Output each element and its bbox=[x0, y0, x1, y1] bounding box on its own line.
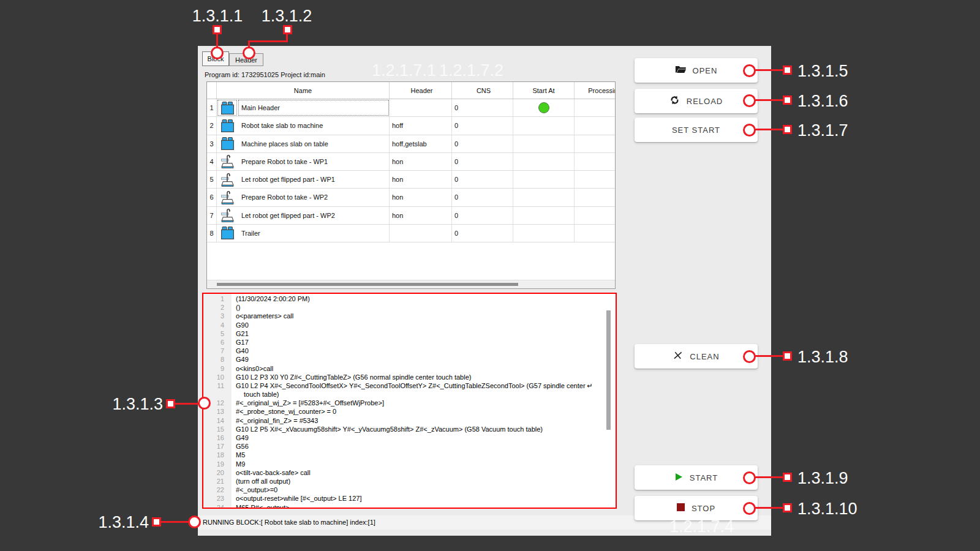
row-header: hoff bbox=[390, 117, 452, 134]
code-line: 13#<_probe_stone_wj_counter> = 0 bbox=[203, 407, 616, 416]
row-name: Prepare Robot to take - WP1 bbox=[238, 153, 390, 170]
row-processing bbox=[575, 171, 616, 188]
code-line: 7G40 bbox=[203, 347, 616, 355]
play-icon bbox=[674, 473, 683, 483]
annotation-line bbox=[755, 99, 784, 101]
annotation-label: 1.3.1.3 bbox=[96, 395, 163, 413]
table-row[interactable]: 7 Let robot get flipped part - WP2 hon 0 bbox=[207, 207, 615, 225]
table-horizontal-scrollbar[interactable] bbox=[207, 280, 615, 288]
annotation-square bbox=[783, 66, 792, 75]
annotation-label: 1.3.1.8 bbox=[797, 348, 848, 365]
row-processing bbox=[575, 117, 616, 134]
annotation-circle bbox=[743, 124, 756, 137]
table-row[interactable]: 1 Main Header 0 bbox=[207, 99, 615, 117]
column-header-start-at[interactable]: Start At bbox=[513, 82, 575, 99]
annotation-square bbox=[783, 125, 792, 134]
column-header-name[interactable]: Name bbox=[217, 82, 390, 99]
row-header bbox=[390, 99, 452, 116]
row-header: hon bbox=[390, 207, 452, 224]
table-row[interactable]: 5 Let robot get flipped part - WP1 hon 0 bbox=[207, 171, 615, 189]
scrollbar-thumb[interactable] bbox=[217, 283, 518, 286]
row-processing bbox=[575, 153, 616, 170]
column-header-processing[interactable]: Processing bbox=[575, 82, 616, 99]
row-start-at bbox=[513, 189, 575, 206]
row-number: 3 bbox=[207, 135, 217, 152]
editor-vertical-scrollbar[interactable] bbox=[606, 310, 611, 430]
row-start-at bbox=[513, 135, 575, 152]
code-line: 5G21 bbox=[203, 329, 616, 338]
screenshot-stage: Block Header Program id: 1732951025 Proj… bbox=[0, 0, 980, 551]
row-number: 6 bbox=[207, 189, 217, 206]
clean-x-icon bbox=[673, 351, 683, 362]
column-header-header[interactable]: Header bbox=[390, 82, 452, 99]
row-processing bbox=[575, 225, 616, 242]
column-header-blank bbox=[207, 82, 217, 99]
block-brick-icon bbox=[217, 99, 238, 116]
annotation-line bbox=[216, 34, 218, 48]
faded-label-1-2-1-7-2: 1.2.1.7.2 bbox=[439, 61, 503, 80]
open-button[interactable]: OPEN bbox=[635, 58, 758, 83]
clean-button[interactable]: CLEAN bbox=[635, 344, 758, 369]
row-header: hon bbox=[390, 153, 452, 170]
row-number: 2 bbox=[207, 117, 217, 134]
table-row[interactable]: 4 Prepare Robot to take - WP1 hon 0 bbox=[207, 153, 615, 171]
row-cns: 0 bbox=[452, 99, 513, 116]
row-header: hon bbox=[390, 171, 452, 188]
block-brick-icon bbox=[217, 117, 238, 134]
table-row[interactable]: 8 Trailer 0 bbox=[207, 225, 615, 242]
row-cns: 0 bbox=[452, 225, 513, 242]
code-line: 14#<_original_fin_Z> = #5343 bbox=[203, 416, 616, 425]
annotation-label: 1.3.1.6 bbox=[797, 92, 848, 110]
start-button[interactable]: START bbox=[635, 465, 758, 490]
annotation-line bbox=[248, 40, 288, 42]
annotation-square bbox=[283, 25, 292, 34]
row-number: 4 bbox=[207, 153, 217, 170]
annotation-label: 1.3.1.2 bbox=[262, 7, 312, 24]
code-line: 16G49 bbox=[203, 433, 616, 442]
annotation-label: 1.3.1.9 bbox=[797, 470, 848, 487]
stop-square-icon bbox=[677, 503, 685, 513]
row-cns: 0 bbox=[452, 117, 513, 134]
stop-button[interactable]: STOP bbox=[635, 496, 758, 520]
code-line: 18M5 bbox=[203, 451, 616, 459]
row-header: hoff,getslab bbox=[390, 135, 452, 152]
table-row[interactable]: 3 Machine places slab on table hoff,gets… bbox=[207, 135, 615, 153]
code-line: 9o<kins0>call bbox=[203, 364, 616, 373]
annotation-circle bbox=[743, 350, 756, 363]
block-brick-icon bbox=[217, 135, 238, 152]
code-line: 8G49 bbox=[203, 355, 616, 364]
annotation-line bbox=[755, 355, 784, 357]
row-start-at bbox=[513, 171, 575, 188]
code-line: 3o<parameters> call bbox=[203, 312, 616, 320]
row-name: Prepare Robot to take - WP2 bbox=[238, 189, 390, 206]
row-start-at bbox=[513, 207, 575, 224]
row-cns: 0 bbox=[452, 207, 513, 224]
code-line: 22#<_output>=0 bbox=[203, 485, 616, 494]
code-line: 15G10 L2 P5 X#<_xVacuumg58shift> Y#<_yVa… bbox=[203, 425, 616, 433]
annotation-circle bbox=[243, 47, 255, 59]
row-number: 1 bbox=[207, 99, 217, 116]
gcode-editor[interactable]: 1(11/30/2024 2:00:20 PM) 2() 3o<paramete… bbox=[202, 293, 617, 509]
table-row[interactable]: 2 Robot take slab to machine hoff 0 bbox=[207, 117, 615, 135]
row-cns: 0 bbox=[452, 189, 513, 206]
annotation-circle bbox=[198, 397, 211, 410]
set-start-button[interactable]: SET START bbox=[635, 118, 758, 142]
annotation-label: 1.3.1.4 bbox=[81, 514, 149, 531]
running-block-text: RUNNING BLOCK:[ Robot take slab to machi… bbox=[203, 519, 375, 526]
reload-button[interactable]: RELOAD bbox=[635, 89, 758, 113]
gcode-lines: 1(11/30/2024 2:00:20 PM) 2() 3o<paramete… bbox=[203, 294, 616, 508]
code-line: 20o<tilt-vac-back-safe> call bbox=[203, 468, 616, 477]
table-row[interactable]: 6 Prepare Robot to take - WP2 hon 0 bbox=[207, 189, 615, 206]
flip-table-icon bbox=[217, 153, 238, 170]
annotation-square bbox=[783, 473, 792, 482]
code-line-wrap: touch table) bbox=[203, 390, 616, 399]
column-header-cns[interactable]: CNS bbox=[452, 82, 513, 99]
annotation-label: 1.3.1.5 bbox=[797, 62, 848, 80]
code-line: 24M65 P#<_output> bbox=[203, 503, 616, 508]
annotation-square bbox=[166, 399, 175, 408]
open-folder-icon bbox=[675, 65, 686, 76]
row-number: 5 bbox=[207, 171, 217, 188]
row-start-at bbox=[513, 225, 575, 242]
row-number: 7 bbox=[207, 207, 217, 224]
code-line: 4G90 bbox=[203, 321, 616, 329]
